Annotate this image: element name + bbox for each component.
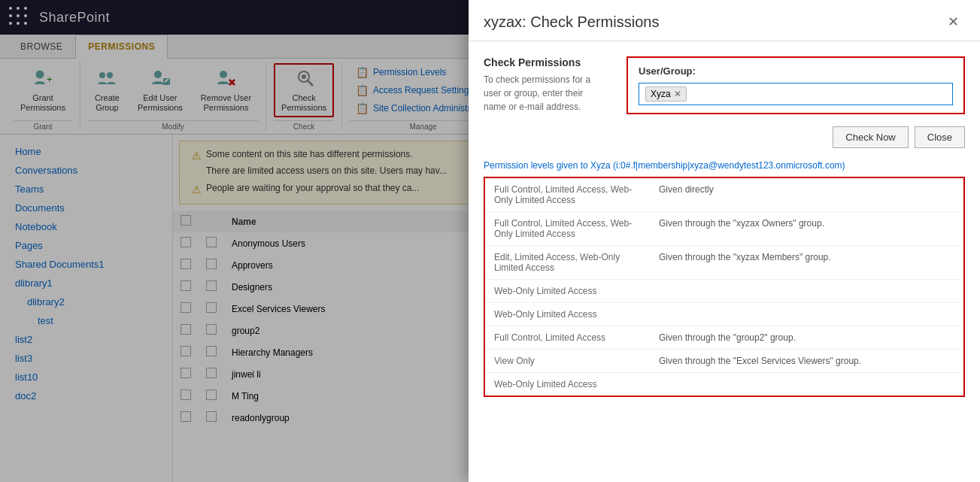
- perm-level: Web-Only Limited Access: [484, 373, 650, 397]
- perm-via: Given directly: [650, 177, 964, 212]
- modal-actions-row: Check Now Close: [484, 126, 965, 148]
- modal-overlay: xyzax: Check Permissions ✕ Check Permiss…: [0, 0, 980, 482]
- modal-close-button[interactable]: ✕: [942, 11, 965, 33]
- modal-body: Check Permissions To check permissions f…: [469, 41, 980, 482]
- perm-result-row: Web-Only Limited Access: [484, 303, 964, 326]
- user-group-input[interactable]: [690, 89, 946, 100]
- perm-via: [650, 280, 964, 303]
- user-group-box: User/Group: Xyza ✕: [627, 56, 965, 114]
- check-perm-text: To check permissions for a user or group…: [484, 73, 604, 114]
- perm-result-label: Permission levels given to Xyza (i:0#.f|…: [484, 160, 965, 171]
- close-button[interactable]: Close: [915, 126, 965, 148]
- perm-via: Given through the "Excel Services Viewer…: [650, 350, 964, 373]
- user-group-input-wrap[interactable]: Xyza ✕: [639, 83, 953, 105]
- user-group-label: User/Group:: [639, 65, 953, 77]
- perm-level: Web-Only Limited Access: [484, 280, 650, 303]
- modal-title: xyzax: Check Permissions: [484, 14, 659, 31]
- perm-via: Given through the "group2" group.: [650, 326, 964, 350]
- perm-via: [650, 373, 964, 397]
- perm-level: Web-Only Limited Access: [484, 303, 650, 326]
- perm-level: Full Control, Limited Access, Web-Only L…: [484, 177, 650, 212]
- check-permissions-section: Check Permissions To check permissions f…: [484, 56, 965, 114]
- perm-level: Full Control, Limited Access: [484, 326, 650, 350]
- perm-level: Full Control, Limited Access, Web-Only L…: [484, 212, 650, 246]
- check-now-button[interactable]: Check Now: [833, 126, 908, 148]
- perm-via: [650, 303, 964, 326]
- perm-level: Edit, Limited Access, Web-Only Limited A…: [484, 246, 650, 280]
- perm-result-row: Full Control, Limited Access, Web-Only L…: [484, 177, 964, 212]
- perm-result-row: Web-Only Limited Access: [484, 280, 964, 303]
- modal-header: xyzax: Check Permissions ✕: [469, 0, 980, 41]
- check-perm-description: Check Permissions To check permissions f…: [484, 56, 604, 114]
- check-permissions-modal: xyzax: Check Permissions ✕ Check Permiss…: [469, 0, 980, 482]
- perm-via: Given through the "xyzax Owners" group.: [650, 212, 964, 246]
- perm-result-table: Full Control, Limited Access, Web-Only L…: [484, 177, 965, 397]
- perm-level: View Only: [484, 350, 650, 373]
- user-tag-remove[interactable]: ✕: [674, 89, 681, 99]
- perm-result-row: Edit, Limited Access, Web-Only Limited A…: [484, 246, 964, 280]
- perm-result-row: Full Control, Limited Access Given throu…: [484, 326, 964, 350]
- user-tag: Xyza ✕: [645, 86, 687, 102]
- check-perm-title: Check Permissions: [484, 56, 604, 68]
- perm-result-row: Full Control, Limited Access, Web-Only L…: [484, 212, 964, 246]
- perm-result-row: Web-Only Limited Access: [484, 373, 964, 397]
- perm-result-row: View Only Given through the "Excel Servi…: [484, 350, 964, 373]
- perm-via: Given through the "xyzax Members" group.: [650, 246, 964, 280]
